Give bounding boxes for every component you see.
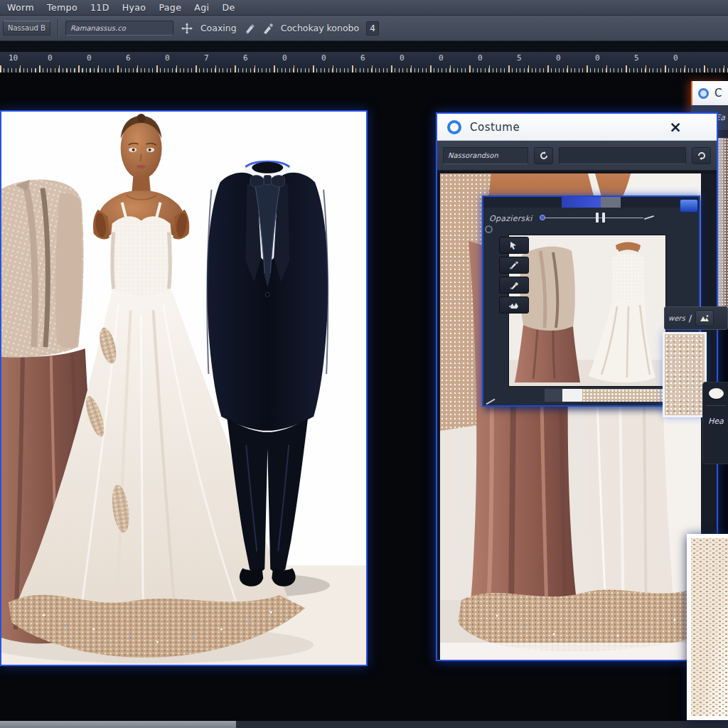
ruler-number: 0 <box>478 52 517 63</box>
eyedropper-tool-button[interactable] <box>499 277 529 294</box>
ruler-number: 0 <box>439 52 478 63</box>
application-window: C Ea Costume × <box>0 0 728 728</box>
separator <box>58 19 58 38</box>
main-canvas[interactable] <box>0 110 368 666</box>
flower-app-icon <box>698 88 709 99</box>
bridal-photo-illustration <box>1 112 366 665</box>
refresh-icon <box>697 151 707 161</box>
image-button[interactable] <box>695 310 714 326</box>
toolbar-value-bar[interactable] <box>559 147 686 164</box>
slider-start-knob[interactable] <box>540 215 545 220</box>
mountain-icon <box>700 314 710 322</box>
close-icon[interactable]: × <box>665 117 685 137</box>
cursor-icon <box>509 241 519 250</box>
costume-window-title: Costume <box>470 121 520 134</box>
back-window-title: C <box>714 87 722 100</box>
costume-window-toolbar <box>437 141 717 171</box>
eyedropper-icon <box>509 281 519 289</box>
knit-lace-texture <box>691 538 728 716</box>
divider <box>706 405 726 406</box>
tool-group-2-label: Cochokay konobo <box>281 23 359 33</box>
panel-tool-strip <box>499 237 529 314</box>
panel-preview-illustration <box>509 235 665 386</box>
slider-handle-1[interactable] <box>596 213 599 223</box>
back-window-titlebar[interactable]: C <box>691 81 728 105</box>
gray-segment <box>601 197 621 208</box>
ruler-number: 0 <box>595 52 634 63</box>
ruler-spacer <box>0 41 728 52</box>
menu-item[interactable]: Agi <box>194 2 209 13</box>
app-circle-icon <box>447 120 461 134</box>
texture-detail-card[interactable] <box>687 534 728 720</box>
ruler-minor-ticks <box>0 68 728 73</box>
menu-bar: WormTempo11DHyaoPageAgiDe <box>0 0 728 16</box>
opacity-slider-track[interactable] <box>542 218 643 218</box>
options-bar: Nassaud B Coaxing Cochokay konobo 4 <box>0 16 728 41</box>
horizontal-ruler[interactable]: 1000607600600050050 <box>0 52 728 73</box>
ruler-number: 10 <box>9 52 48 63</box>
ruler-number: 5 <box>517 52 556 63</box>
menu-item[interactable]: 11D <box>90 2 109 13</box>
lace-swatch-fragment[interactable] <box>663 332 707 417</box>
costume-search-input[interactable] <box>443 147 528 164</box>
blob-icon[interactable] <box>709 388 724 399</box>
dark-swatch[interactable] <box>545 389 562 402</box>
panel-top-strip <box>483 197 699 208</box>
costume-window-titlebar[interactable]: Costume × <box>437 114 717 141</box>
ruler-number: 6 <box>126 52 165 63</box>
menu-item[interactable]: Hyao <box>122 2 146 13</box>
preset-search-input[interactable] <box>65 21 173 36</box>
ruler-number: 0 <box>282 52 321 63</box>
brush-icon[interactable] <box>262 23 274 34</box>
brush-tool-button[interactable] <box>499 257 529 274</box>
pen-icon[interactable] <box>244 23 255 34</box>
resize-handle[interactable] <box>486 397 496 404</box>
refresh-icon <box>539 151 549 161</box>
menu-item[interactable]: Tempo <box>47 2 77 13</box>
ruler-number: 6 <box>360 52 400 63</box>
lace-texture-strip <box>582 389 665 402</box>
tool-count-badge[interactable]: 4 <box>366 21 379 36</box>
move-tool-icon[interactable] <box>181 22 193 35</box>
ruler-number: 0 <box>673 52 712 63</box>
refresh-icon-button[interactable] <box>534 147 553 164</box>
ruler-number: 0 <box>165 52 204 63</box>
tool-group-1-label: Coaxing <box>200 23 237 33</box>
ruler-number: 0 <box>87 52 126 63</box>
hand-icon <box>508 301 520 309</box>
brush-small-icon <box>509 261 519 269</box>
status-bar <box>0 721 728 728</box>
ring-icon <box>485 225 493 233</box>
side-panel-label: Hea <box>708 417 724 426</box>
fragment-slash: / <box>689 313 692 323</box>
slider-handle-2[interactable] <box>602 213 605 223</box>
menu-item[interactable]: Page <box>159 2 181 13</box>
panel-preview-image[interactable] <box>509 235 665 386</box>
opacity-label: Opazierski <box>489 214 532 223</box>
ruler-number: 0 <box>400 52 439 63</box>
fragment-row-label: wers <box>668 314 685 322</box>
white-swatch[interactable] <box>562 389 582 402</box>
preset-button[interactable]: Nassaud B <box>3 21 50 36</box>
menu-item[interactable]: De <box>222 2 235 13</box>
ruler-number: 6 <box>243 52 282 63</box>
status-bar-left-segment <box>0 721 236 728</box>
panel-header: Opazierski <box>483 208 699 229</box>
floating-toolbar-fragment[interactable]: wers / <box>664 306 728 330</box>
ruler-number: 0 <box>321 52 360 63</box>
ruler-numbers: 1000607600600050050 <box>0 52 728 63</box>
ruler-number: 0 <box>48 52 87 63</box>
side-mini-panel[interactable]: Hea <box>702 382 728 464</box>
hand-tool-button[interactable] <box>499 296 529 314</box>
refresh-icon-button-right[interactable] <box>692 147 711 164</box>
slider-end-mark <box>644 215 654 220</box>
cursor-tool-button[interactable] <box>499 237 529 254</box>
ruler-number: 0 <box>556 52 595 63</box>
ruler-number: 7 <box>204 52 243 63</box>
menu-item[interactable]: Worm <box>7 2 34 13</box>
ruler-number: 5 <box>634 52 673 63</box>
blue-progress-segment <box>562 197 601 208</box>
